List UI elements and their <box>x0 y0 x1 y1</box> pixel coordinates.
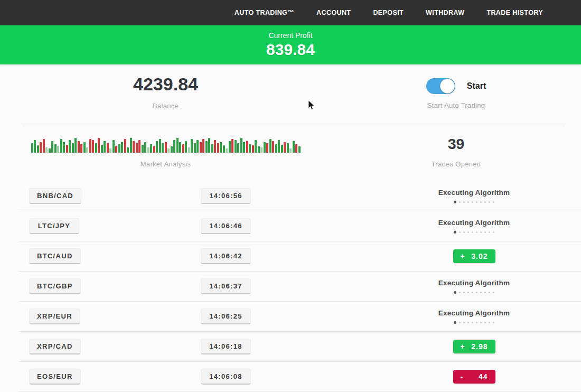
stats-row: 4239.84 Balance Start Start Auto Trading <box>0 64 581 126</box>
executing-label: Executing Algorithm <box>438 189 510 197</box>
result-badge: - 44 <box>453 370 495 384</box>
trade-time-badge: 14:06:46 <box>201 218 251 234</box>
result-badge: + 3.02 <box>453 249 495 263</box>
nav-item-account[interactable]: ACCOUNT <box>316 9 351 16</box>
trades-opened-value: 39 <box>448 136 464 153</box>
market-row: Market Analysis 39 Trades Opened <box>0 126 581 181</box>
market-analysis-block: Market Analysis <box>0 136 331 181</box>
nav-item-trade-history[interactable]: TRADE HISTORY <box>486 9 543 16</box>
balance-value: 4239.84 <box>133 74 198 95</box>
top-navbar: AUTO TRADING™ ACCOUNT DEPOSIT WITHDRAW T… <box>0 0 581 25</box>
executing-status: Executing Algorithm <box>438 219 510 234</box>
market-analysis-chart <box>31 136 301 153</box>
table-row: EOS/EUR 14:06:08 - 44 <box>18 362 581 392</box>
result-sign: - <box>461 372 464 381</box>
nav-item-withdraw[interactable]: WITHDRAW <box>426 9 464 16</box>
table-row: BTC/AUD 14:06:42 + 3.02 <box>18 241 581 272</box>
trade-time-badge: 14:06:56 <box>201 188 251 204</box>
market-analysis-label: Market Analysis <box>140 160 191 168</box>
result-value: 44 <box>479 372 488 381</box>
trade-time-badge: 14:06:25 <box>201 309 251 324</box>
executing-progress-dots <box>438 231 510 234</box>
pair-badge: XRP/EUR <box>29 309 80 324</box>
pair-badge: BTC/AUD <box>29 248 81 264</box>
trades-table: BNB/CAD 14:06:56 Executing Algorithm LTC… <box>0 181 581 392</box>
trades-opened-label: Trades Opened <box>432 160 481 168</box>
table-row: XRP/CAD 14:06:18 + 2.98 <box>18 332 581 362</box>
balance-block: 4239.84 Balance <box>0 74 331 126</box>
executing-progress-dots <box>438 201 510 203</box>
table-row: BTC/GBP 14:06:37 Executing Algorithm <box>18 272 581 302</box>
executing-status: Executing Algorithm <box>438 279 510 294</box>
pair-badge: XRP/CAD <box>29 339 81 354</box>
trade-time-badge: 14:06:37 <box>201 278 251 294</box>
trade-time-badge: 14:06:18 <box>201 339 251 354</box>
nav-item-deposit[interactable]: DEPOSIT <box>373 9 404 16</box>
executing-label: Executing Algorithm <box>438 219 510 227</box>
balance-label: Balance <box>153 102 179 110</box>
auto-trading-toggle[interactable] <box>426 78 455 94</box>
start-auto-trading-label: Start Auto Trading <box>427 101 485 109</box>
result-badge: + 2.98 <box>453 340 495 353</box>
table-row: LTC/JPY 14:06:46 Executing Algorithm <box>18 211 581 241</box>
toggle-start-label: Start <box>467 81 486 91</box>
result-sign: + <box>461 252 465 260</box>
executing-status: Executing Algorithm <box>438 309 510 324</box>
current-profit-label: Current Profit <box>0 31 581 40</box>
executing-progress-dots <box>438 321 510 324</box>
toggle-knob <box>440 79 455 94</box>
current-profit-banner: Current Profit 839.84 <box>0 25 581 64</box>
executing-label: Executing Algorithm <box>438 279 510 287</box>
pair-badge: BTC/GBP <box>29 278 81 294</box>
auto-trading-block: Start Start Auto Trading <box>331 74 581 126</box>
executing-progress-dots <box>438 291 510 294</box>
result-value: 3.02 <box>471 252 488 260</box>
trades-opened-block: 39 Trades Opened <box>331 136 581 181</box>
trade-time-badge: 14:06:42 <box>201 248 251 264</box>
current-profit-value: 839.84 <box>0 41 581 59</box>
result-sign: + <box>461 342 465 351</box>
executing-label: Executing Algorithm <box>438 309 510 317</box>
table-row: XRP/EUR 14:06:25 Executing Algorithm <box>18 302 581 332</box>
result-value: 2.98 <box>471 342 488 351</box>
executing-status: Executing Algorithm <box>438 189 510 203</box>
pair-badge: EOS/EUR <box>29 369 81 385</box>
pair-badge: BNB/CAD <box>29 188 81 204</box>
auto-trading-app: AUTO TRADING™ ACCOUNT DEPOSIT WITHDRAW T… <box>0 0 581 392</box>
table-row: BNB/CAD 14:06:56 Executing Algorithm <box>18 181 581 211</box>
trade-time-badge: 14:06:08 <box>201 369 251 385</box>
nav-item-auto-trading[interactable]: AUTO TRADING™ <box>235 9 294 16</box>
pair-badge: LTC/JPY <box>29 218 79 234</box>
